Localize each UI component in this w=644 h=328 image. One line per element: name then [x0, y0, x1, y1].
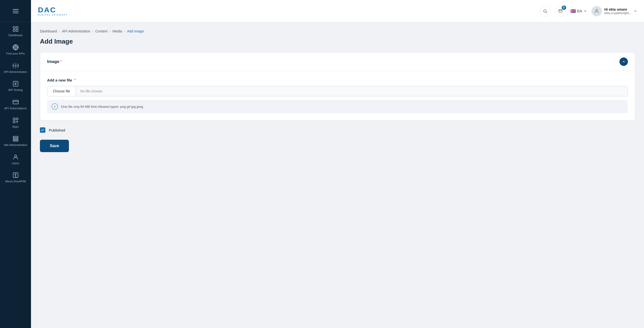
svg-rect-15 [13, 136, 18, 137]
sidebar-item-site-admin[interactable]: Site Administration [0, 132, 31, 150]
svg-rect-6 [16, 29, 18, 31]
svg-point-8 [14, 45, 17, 49]
breadcrumb: Dashboard › API Administration › Content… [40, 29, 635, 33]
main-area: DAC DIGITAL APICRAFT 0 🇬🇧 EN [31, 0, 644, 328]
card-header: Image * [40, 52, 635, 71]
published-checkbox[interactable] [40, 127, 45, 133]
page-title: Add Image [40, 38, 635, 45]
card-title: Image [47, 59, 59, 64]
file-info-box: i One file only.50 MB limit.Allowed type… [47, 100, 628, 113]
notifications-button[interactable]: 0 [555, 6, 566, 16]
breadcrumb-dashboard[interactable]: Dashboard [40, 29, 57, 33]
sidebar-item-label: API Subscriptions [4, 107, 27, 110]
user-menu[interactable]: Hi ekta umare ekta.u+padmin@d... [592, 6, 637, 16]
image-card: Image * Add a new file * Choose file No … [40, 52, 635, 120]
svg-rect-3 [13, 26, 15, 28]
svg-rect-16 [13, 138, 18, 139]
card-body: Add a new file * Choose file No file cho… [40, 71, 635, 120]
svg-rect-5 [13, 29, 15, 31]
sidebar: Dashboard Find your APIs API Administrat… [0, 0, 31, 328]
breadcrumb-api-admin[interactable]: API Administration [62, 29, 90, 33]
card-title-area: Image * [47, 59, 62, 64]
sidebar-item-find-apis[interactable]: Find your APIs [0, 41, 31, 59]
save-button[interactable]: Save [40, 140, 69, 152]
breadcrumb-sep-3: › [110, 29, 110, 33]
svg-rect-12 [13, 118, 15, 120]
breadcrumb-current: Add Image [127, 29, 144, 33]
required-indicator: * [60, 59, 62, 64]
info-text: One file only.50 MB limit.Allowed types:… [61, 105, 144, 108]
sidebar-item-label: Apps [12, 125, 18, 129]
sidebar-item-users[interactable]: Users [0, 150, 31, 169]
language-label: EN [577, 9, 582, 13]
header-right: 0 🇬🇧 EN Hi ekta umare ekta.u+padmin@d... [540, 6, 637, 16]
breadcrumb-content[interactable]: Content [96, 29, 108, 33]
file-required-indicator: * [74, 78, 76, 82]
notification-badge: 0 [562, 5, 566, 10]
svg-point-24 [596, 9, 598, 11]
sidebar-item-about[interactable]: About OneAPIM [0, 168, 31, 187]
user-avatar [592, 6, 602, 16]
svg-rect-4 [16, 26, 18, 28]
published-row: Published [40, 127, 635, 133]
sidebar-item-api-admin[interactable]: API Administration [0, 59, 31, 77]
svg-point-18 [14, 155, 16, 157]
choose-file-button[interactable]: Choose file [47, 86, 76, 96]
breadcrumb-sep-2: › [92, 29, 93, 33]
sidebar-item-api-subs[interactable]: API Subscriptions [0, 95, 31, 114]
sidebar-item-label: API Testing [8, 88, 23, 92]
search-button[interactable] [540, 6, 550, 16]
svg-rect-17 [13, 140, 18, 141]
user-dropdown-icon [634, 9, 637, 13]
sidebar-item-label: Users [12, 162, 19, 165]
svg-rect-13 [16, 118, 18, 120]
svg-rect-23 [559, 10, 562, 12]
language-selector[interactable]: 🇬🇧 EN [570, 8, 587, 14]
content-area: Dashboard › API Administration › Content… [31, 22, 644, 328]
collapse-button[interactable] [620, 57, 628, 66]
svg-point-9 [15, 65, 16, 66]
user-greeting: Hi ekta umare [604, 7, 631, 11]
sidebar-menu-toggle[interactable] [0, 0, 31, 22]
file-input-wrapper: Choose file No file chosen [47, 86, 628, 96]
dac-logo: DAC DIGITAL APICRAFT [38, 6, 68, 16]
info-icon: i [52, 103, 58, 110]
svg-point-20 [15, 174, 16, 175]
breadcrumb-sep-1: › [59, 29, 60, 33]
published-label: Published [49, 128, 65, 132]
file-section-header: Add a new file * [47, 78, 628, 82]
sidebar-item-label: Dashboard [8, 34, 22, 37]
user-info: Hi ekta umare ekta.u+padmin@d... [604, 7, 631, 15]
logo-subtitle: DIGITAL APICRAFT [38, 14, 68, 16]
svg-point-7 [15, 46, 16, 48]
sidebar-item-label: API Administration [4, 70, 27, 74]
svg-rect-11 [13, 100, 18, 104]
file-section-label: Add a new file [47, 78, 72, 82]
sidebar-item-api-testing[interactable]: API Testing [0, 77, 31, 95]
logo-area: DAC DIGITAL APICRAFT [38, 6, 68, 16]
sidebar-item-label: Find your APIs [6, 52, 25, 55]
logo-title: DAC [38, 6, 68, 14]
breadcrumb-sep-4: › [124, 29, 125, 33]
sidebar-item-label: About OneAPIM [5, 180, 26, 183]
sidebar-item-label: Site Administration [4, 143, 27, 147]
breadcrumb-media[interactable]: Media [112, 29, 122, 33]
svg-rect-14 [13, 121, 15, 123]
header: DAC DIGITAL APICRAFT 0 🇬🇧 EN [31, 0, 644, 22]
sidebar-item-apps[interactable]: Apps [0, 114, 31, 132]
user-email: ekta.u+padmin@d... [604, 11, 631, 15]
svg-line-22 [546, 12, 547, 13]
file-name-display: No file chosen [76, 86, 107, 96]
sidebar-item-dashboard[interactable]: Dashboard [0, 22, 31, 41]
